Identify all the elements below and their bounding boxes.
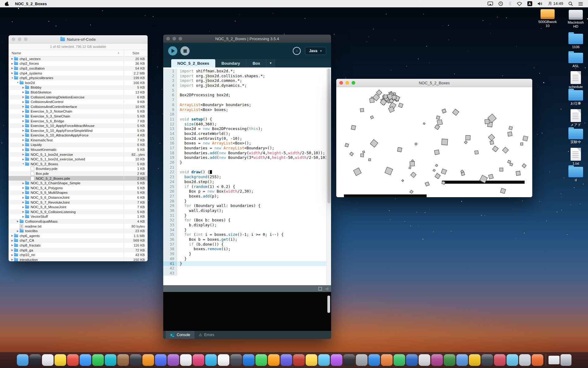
finder-file-list[interactable]: ▶chp1_vectors20 KB▶chp2_forces36 KB▶chp3…	[9, 56, 148, 261]
desktop-icon-macintosh-hd[interactable]: Macintosh HD	[564, 10, 588, 29]
disclosure-triangle-icon[interactable]: ▶	[21, 186, 25, 189]
table-row[interactable]: ▶NOC_5_8_MouseJoint7 KB	[9, 205, 148, 209]
sketch-title-bar[interactable]: NOC_5_2_Boxes	[336, 79, 532, 87]
table-row[interactable]: ▶NOC_5_1_box2d_exercise82...ytes	[9, 152, 148, 157]
dock-icon-23[interactable]	[293, 354, 305, 366]
table-row[interactable]: ▶chp6_agents1.5 MB	[9, 233, 148, 238]
desktop-icon-d[interactable]: d	[564, 167, 588, 182]
dock-icon-26[interactable]	[331, 354, 342, 366]
disclosure-triangle-icon[interactable]: ▶	[10, 72, 14, 75]
table-row[interactable]: ▶CollisionsAndControlInterface10 KB	[9, 104, 148, 109]
window-controls[interactable]	[166, 37, 182, 40]
table-row[interactable]: ▶Blobby5 KB	[9, 85, 148, 90]
dock-icon-13[interactable]	[168, 354, 179, 366]
finder-column-headers[interactable]: Name ∧ Size	[9, 50, 148, 56]
tab-boundary[interactable]: Boundary	[215, 59, 247, 67]
trash-icon[interactable]	[560, 354, 571, 366]
table-row[interactable]: ▶chp10_nn43 KB	[9, 252, 148, 257]
dock-icon-10[interactable]	[130, 354, 141, 366]
desktop-icon-メアド[interactable]: メアド	[564, 109, 588, 127]
disclosure-triangle-icon[interactable]: ▶	[10, 254, 14, 256]
disclosure-triangle-icon[interactable]: ▶	[21, 210, 25, 213]
desktop-icon-実験中[interactable]: 実験中	[564, 129, 588, 144]
dock-icon-4[interactable]	[55, 354, 66, 366]
table-row[interactable]: ▶MouseKinematic5 KB	[9, 147, 148, 152]
disclosure-triangle-icon[interactable]: ▶	[21, 158, 25, 161]
table-row[interactable]: ▶NOC_5_5_MultiShapes5 KB	[9, 190, 148, 195]
table-row[interactable]: ▶Exercise_5_3_NoiseChain5 KB	[9, 109, 148, 114]
display-mirroring-icon[interactable]	[488, 1, 493, 6]
dock-icon-42[interactable]	[532, 354, 543, 366]
dock-icon-22[interactable]	[281, 354, 292, 366]
table-row[interactable]: ▶Exercise_5_10_ApplyForceAttractMouse5 K…	[9, 123, 148, 128]
stop-button[interactable]	[180, 46, 190, 56]
input-source-icon[interactable]: A	[527, 1, 532, 6]
finder-title-bar[interactable]: Nature-of-Code	[9, 35, 148, 44]
dock-icon-18[interactable]	[230, 354, 242, 366]
disclosure-triangle-icon[interactable]: ▶	[10, 62, 14, 65]
disclosure-triangle-icon[interactable]: ▶	[21, 129, 25, 132]
dock-icon-17[interactable]	[218, 354, 229, 366]
table-row[interactable]: ▶NOC_5_7_RevoluteJoint7 KB	[9, 200, 148, 205]
code-editor[interactable]: 1import shiffman.box2d.*;2import org.jbo…	[163, 67, 331, 285]
table-row[interactable]: ▶toxiclibs23 KB	[9, 228, 148, 233]
dock-icon-16[interactable]	[205, 354, 217, 366]
scrollbar-thumb[interactable]	[327, 68, 330, 203]
debug-icon[interactable]: ⁘	[293, 47, 301, 55]
dock-icon-5[interactable]	[67, 354, 79, 366]
table-row[interactable]: ▶NOC_5_6_DistanceJoint6 KB	[9, 195, 148, 200]
volume-icon[interactable]	[537, 1, 543, 6]
dock-icon-30[interactable]	[381, 354, 393, 366]
desktop-icon-お仕事[interactable]: お仕事	[564, 90, 588, 105]
table-row[interactable]: ▶NOC_5_4_Polygons5 KB	[9, 186, 148, 190]
table-row[interactable]: ▶VectorStuff1 KB	[9, 214, 148, 219]
tab-noc_5_2_boxes[interactable]: NOC_5_2_Boxes	[171, 59, 215, 67]
dock-icon-19[interactable]	[243, 354, 254, 366]
dock-icon-27[interactable]	[343, 354, 355, 366]
disclosure-triangle-icon[interactable]: ▶	[21, 206, 25, 209]
disclosure-triangle-icon[interactable]: ▼	[21, 163, 25, 165]
dock-icon-20[interactable]	[255, 354, 267, 366]
window-controls[interactable]	[12, 37, 28, 41]
dock-icon-3[interactable]	[42, 354, 54, 366]
disclosure-triangle-icon[interactable]: ▶	[21, 134, 25, 137]
disclosure-triangle-icon[interactable]: ▶	[10, 244, 14, 247]
table-row[interactable]: ▶BlobSkeleton13 KB	[9, 90, 148, 95]
zoom-button[interactable]	[352, 81, 355, 85]
run-button[interactable]	[168, 46, 177, 56]
desktop-icon-1106[interactable]: 1106	[564, 34, 588, 49]
dock-icon-37[interactable]	[469, 354, 481, 366]
dock-icon-2[interactable]	[29, 354, 41, 366]
table-row[interactable]: ▼box2d166 KB	[9, 80, 148, 85]
disclosure-triangle-icon[interactable]: ▶	[21, 182, 25, 185]
collapse-console-icon[interactable]: ◁	[326, 287, 328, 291]
dock-icon-40[interactable]	[507, 354, 518, 366]
dock-icon-33[interactable]	[419, 354, 430, 366]
column-header-size[interactable]: Size	[124, 50, 148, 56]
notification-center-icon[interactable]	[578, 1, 583, 6]
disclosure-triangle-icon[interactable]: ▶	[10, 67, 14, 70]
sketch-canvas[interactable]	[336, 87, 532, 197]
minimize-button[interactable]	[172, 37, 176, 40]
dock-icon-32[interactable]	[406, 354, 418, 366]
dock-icon-34[interactable]	[431, 354, 443, 366]
table-row[interactable]: ▶chp7_CA569 KB	[9, 238, 148, 243]
bluetooth-icon[interactable]	[508, 1, 511, 6]
table-row[interactable]: NOC_5_2_Boxes.pde2 KB	[9, 176, 148, 181]
dock-icon-7[interactable]	[92, 354, 104, 366]
wifi-icon[interactable]	[517, 1, 522, 6]
disclosure-triangle-icon[interactable]: ▶	[10, 249, 14, 251]
table-row[interactable]: ▶chp3_oscillation54 KB	[9, 66, 148, 71]
desktop-icon-asl[interactable]: ASL	[564, 53, 588, 68]
table-row[interactable]: ▶chp4_systems2.2 MB	[9, 71, 148, 76]
mode-selector-button[interactable]: Java ▼	[305, 47, 326, 55]
table-row[interactable]: ▶CollisionsAndControl9 KB	[9, 99, 148, 104]
dock-icon-12[interactable]	[155, 354, 167, 366]
table-row[interactable]: ▶NOC_5_9_CollisionListening5 KB	[9, 209, 148, 214]
spotlight-search-icon[interactable]	[568, 1, 573, 6]
dock-icon-11[interactable]	[142, 354, 154, 366]
console-output[interactable]	[163, 292, 331, 331]
processing-title-bar[interactable]: NOC_5_2_Boxes | Processing 3.5.4	[163, 35, 331, 43]
dock-icon-21[interactable]	[268, 354, 280, 366]
disclosure-triangle-icon[interactable]: ▶	[16, 220, 20, 223]
